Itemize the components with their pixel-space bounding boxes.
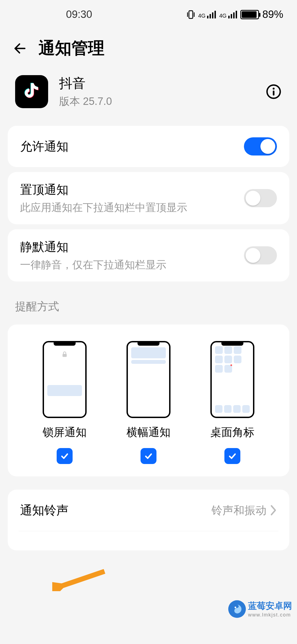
app-info-row: 抖音 版本 25.7.0 <box>0 70 297 121</box>
phone-mockup-badge <box>210 341 254 418</box>
chevron-right-icon <box>270 504 277 516</box>
mode-banner[interactable]: 横幅通知 <box>127 341 170 464</box>
app-info-button[interactable] <box>265 83 282 100</box>
watermark: 蓝莓安卓网 www.lmkjst.com <box>228 600 292 618</box>
svg-point-6 <box>235 607 236 608</box>
row-pin-notifications[interactable]: 置顶通知 此应用通知在下拉通知栏中置顶显示 <box>20 172 277 224</box>
alert-modes-row: 锁屏通知 横幅通知 桌面角标 <box>20 324 277 476</box>
card-silent-notifications: 静默通知 一律静音，仅在下拉通知栏显示 <box>8 229 289 282</box>
svg-rect-3 <box>273 91 274 95</box>
check-icon <box>60 451 70 461</box>
switch-allow-notifications[interactable] <box>244 137 277 155</box>
back-arrow-icon <box>12 40 29 57</box>
card-allow-notifications: 允许通知 <box>8 126 289 167</box>
battery-percentage: 89% <box>262 9 283 20</box>
svg-rect-0 <box>189 11 193 18</box>
app-texts: 抖音 版本 25.7.0 <box>59 75 112 108</box>
row-title: 静默通知 <box>20 239 244 255</box>
svg-line-5 <box>58 571 105 587</box>
info-icon <box>266 84 281 99</box>
app-version: 版本 25.7.0 <box>59 94 112 108</box>
page-header: 通知管理 <box>0 29 297 70</box>
row-subtitle: 此应用通知在下拉通知栏中置顶显示 <box>20 201 244 215</box>
checkbox-banner[interactable] <box>141 448 156 464</box>
svg-rect-4 <box>63 354 67 357</box>
annotation-arrow-icon <box>52 569 107 591</box>
phone-mockup-lockscreen <box>43 341 87 418</box>
checkbox-badge[interactable] <box>224 448 240 464</box>
status-bar: 09:30 4G 4G 89% <box>0 0 297 29</box>
row-partial[interactable] <box>20 531 277 550</box>
watermark-logo-icon <box>228 600 246 618</box>
phone-mockup-banner <box>127 341 170 418</box>
back-button[interactable] <box>11 39 30 58</box>
status-time: 09:30 <box>66 9 92 20</box>
page-title: 通知管理 <box>38 37 105 59</box>
vibrate-icon <box>187 10 195 20</box>
mode-label: 横幅通知 <box>127 425 170 440</box>
app-icon-douyin <box>15 75 48 108</box>
svg-point-2 <box>273 88 275 89</box>
mode-label: 桌面角标 <box>210 425 254 440</box>
card-ringtone: 通知铃声 铃声和振动 <box>8 490 289 550</box>
checkbox-lockscreen[interactable] <box>57 448 73 464</box>
row-silent-notifications[interactable]: 静默通知 一律静音，仅在下拉通知栏显示 <box>20 229 277 282</box>
card-pin-notifications: 置顶通知 此应用通知在下拉通知栏中置顶显示 <box>8 172 289 224</box>
signal-1: 4G <box>198 11 216 18</box>
status-icons: 4G 4G 89% <box>187 9 283 20</box>
row-title: 允许通知 <box>20 138 244 155</box>
lock-icon <box>61 351 68 358</box>
row-subtitle: 一律静音，仅在下拉通知栏显示 <box>20 258 244 272</box>
switch-silent-notifications[interactable] <box>244 246 277 264</box>
mode-badge[interactable]: 桌面角标 <box>210 341 254 464</box>
watermark-url: www.lmkjst.com <box>248 612 292 618</box>
row-value: 铃声和振动 <box>211 503 266 518</box>
battery-icon <box>240 10 259 19</box>
mode-label: 锁屏通知 <box>43 425 87 440</box>
row-ringtone[interactable]: 通知铃声 铃声和振动 <box>20 490 277 531</box>
row-title: 置顶通知 <box>20 182 244 198</box>
card-alert-modes: 锁屏通知 横幅通知 桌面角标 <box>8 324 289 476</box>
row-allow-notifications[interactable]: 允许通知 <box>20 126 277 167</box>
signal-2: 4G <box>219 11 237 18</box>
check-icon <box>227 451 237 461</box>
mode-lockscreen[interactable]: 锁屏通知 <box>43 341 87 464</box>
section-alert-mode-title: 提醒方式 <box>0 286 297 320</box>
app-name: 抖音 <box>59 75 112 92</box>
row-title: 通知铃声 <box>20 502 211 519</box>
tiktok-icon <box>21 81 43 103</box>
switch-pin-notifications[interactable] <box>244 189 277 207</box>
check-icon <box>144 451 153 461</box>
watermark-name: 蓝莓安卓网 <box>248 601 292 611</box>
